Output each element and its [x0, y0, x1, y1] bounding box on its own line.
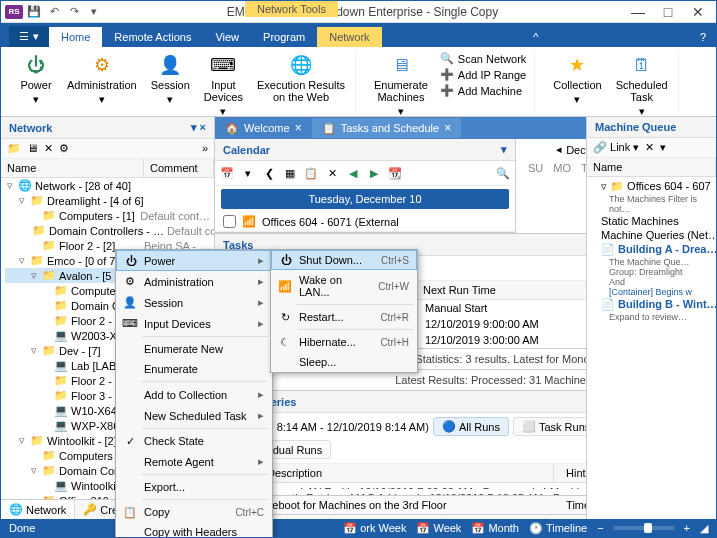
cal-next-icon[interactable]: ▶ [365, 164, 383, 182]
qat-dropdown-icon[interactable]: ▾ [87, 5, 101, 19]
tab-view[interactable]: View [203, 27, 251, 47]
bottom-tab-network[interactable]: 🌐Network [1, 500, 75, 519]
cal-prev-icon[interactable]: ◀ [344, 164, 362, 182]
cal-tb-icon[interactable]: 📋 [302, 164, 320, 182]
month-prev-icon[interactable]: ◂ [556, 143, 562, 156]
cal-tb-icon[interactable]: 📅 [218, 164, 236, 182]
tab-program[interactable]: Program [251, 27, 317, 47]
menu-item[interactable]: ☾ Hibernate... Ctrl+H [271, 332, 417, 352]
qat-save-icon[interactable]: 💾 [27, 5, 41, 19]
toolbar-icon[interactable]: 🖥 [27, 142, 38, 155]
sb-resize-icon[interactable]: ◢ [700, 522, 708, 535]
sb-month[interactable]: 📅 Month [471, 522, 519, 535]
menu-item[interactable]: 📶 Wake on LAN... Ctrl+W [271, 270, 417, 302]
menu-item[interactable]: Enumerate New [116, 339, 272, 359]
qat-redo-icon[interactable]: ↷ [67, 5, 81, 19]
context-menu[interactable]: ⏻ Power ▸ ⚙ Administration ▸ 👤 Session ▸… [115, 249, 273, 538]
link-button[interactable]: 🔗 Link ▾ [593, 141, 639, 154]
mq-col-name[interactable]: Name [587, 158, 716, 176]
power-button[interactable]: ⏻Power▾ [15, 51, 57, 108]
mq-row[interactable]: Static Machines [591, 214, 712, 228]
close-button[interactable]: ✕ [684, 2, 712, 22]
cal-checkbox[interactable] [223, 215, 236, 228]
add-machine-button[interactable]: ➕Add Machine [438, 83, 528, 98]
tree-row[interactable]: ▿📁Dreamlight - [4 of 6] [5, 193, 214, 208]
pill-all-runs[interactable]: 🔵All Runs [433, 417, 509, 436]
session-button[interactable]: 👤Session▾ [147, 51, 194, 108]
close-icon[interactable]: × [295, 121, 302, 135]
close-icon[interactable]: × [444, 121, 451, 135]
mq-row[interactable]: The Machines Filter is not… [591, 194, 712, 214]
file-tab[interactable]: ☰▾ [9, 26, 49, 47]
minimize-button[interactable]: — [624, 2, 652, 22]
tree-row[interactable]: 📁Computers - [1]Default cont… [5, 208, 214, 223]
cal-tb-icon[interactable]: 📆 [386, 164, 404, 182]
add-ip-range-button[interactable]: ➕Add IP Range [438, 67, 528, 82]
mq-row[interactable]: Expand to review… [591, 312, 712, 322]
menu-item[interactable]: Enumerate [116, 359, 272, 379]
menu-item[interactable]: ⚙ Administration ▸ [116, 271, 272, 292]
menu-item[interactable]: Sleep... [271, 352, 417, 372]
cal-tb-icon[interactable]: ▾ [239, 164, 257, 182]
status-done: Done [9, 522, 35, 534]
menu-item[interactable]: Export... [116, 477, 272, 497]
cal-tb-icon[interactable]: ❮ [260, 164, 278, 182]
help-icon[interactable]: ? [690, 27, 716, 47]
panel-options-icon[interactable]: ▾ × [191, 121, 206, 134]
menu-item[interactable]: 👤 Session ▸ [116, 292, 272, 313]
cal-tb-icon[interactable]: ▦ [281, 164, 299, 182]
menu-item[interactable]: New Scheduled Task ▸ [116, 405, 272, 426]
mq-row[interactable]: And [591, 277, 712, 287]
zoom-slider[interactable] [614, 526, 674, 530]
maximize-button[interactable]: □ [654, 2, 682, 22]
col-name[interactable]: Name [1, 159, 144, 177]
menu-item[interactable]: Remote Agent ▸ [116, 451, 272, 472]
tab-network[interactable]: Network [317, 27, 381, 47]
menu-item[interactable]: Copy with Headers [116, 522, 272, 538]
menu-item[interactable]: Add to Collection ▸ [116, 384, 272, 405]
doc-tab-tasks[interactable]: 📋Tasks and Schedule× [312, 118, 461, 138]
mq-row[interactable]: 📄 Building A - Drea… [591, 242, 712, 257]
sb-timeline[interactable]: 🕐 Timeline [529, 522, 587, 535]
scan-network-button[interactable]: 🔍Scan Network [438, 51, 528, 66]
cal-tb-icon[interactable]: ✕ [323, 164, 341, 182]
tree-row[interactable]: 📁Domain Controllers - …Default cont… [5, 223, 214, 238]
enumerate-machines-button[interactable]: 🖥Enumerate Machines▾ [370, 51, 432, 120]
exec-results-button[interactable]: 🌐Execution Results on the Web [253, 51, 349, 105]
col-comment[interactable]: Comment [144, 159, 214, 177]
ribbon-body: ⏻Power▾ ⚙Administration▾ 👤Session▾ ⌨Inpu… [1, 47, 716, 117]
tab-remote-actions[interactable]: Remote Actions [102, 27, 203, 47]
menu-item[interactable]: ⏻ Shut Down... Ctrl+S [271, 250, 417, 270]
toolbar-icon[interactable]: ✕ [44, 142, 53, 155]
toolbar-icon[interactable]: ⚙ [59, 142, 69, 155]
ribbon-collapse-icon[interactable]: ^ [523, 27, 548, 47]
tree-row[interactable]: ▿🌐Network - [28 of 40] [5, 178, 214, 193]
power-submenu[interactable]: ⏻ Shut Down... Ctrl+S 📶 Wake on LAN... C… [270, 249, 418, 373]
network-panel-title: Network [9, 122, 52, 134]
sb-week[interactable]: 📅 Week [416, 522, 461, 535]
menu-item[interactable]: ↻ Restart... Ctrl+R [271, 307, 417, 327]
input-devices-button[interactable]: ⌨Input Devices▾ [200, 51, 247, 120]
mq-row[interactable]: The Machine Que… [591, 257, 712, 267]
menu-item[interactable]: ⏻ Power ▸ [116, 250, 272, 271]
cal-entry[interactable]: Offices 604 - 6071 (External [262, 216, 399, 228]
administration-button[interactable]: ⚙Administration▾ [63, 51, 141, 108]
menu-item[interactable]: ⌨ Input Devices ▸ [116, 313, 272, 334]
mq-title: Machine Queue [595, 121, 676, 133]
tab-home[interactable]: Home [49, 27, 102, 47]
mq-row[interactable]: Machine Queries (Net… [591, 228, 712, 242]
toolbar-icon[interactable]: 📁 [7, 142, 21, 155]
col-description[interactable]: Description [255, 464, 554, 482]
scheduled-task-button[interactable]: 🗓Scheduled Task▾ [612, 51, 672, 120]
toolbar-more-icon[interactable]: » [202, 142, 208, 155]
collection-button[interactable]: ★Collection▾ [549, 51, 605, 108]
mq-row[interactable]: ▿ 📁 Offices 604 - 607 [591, 179, 712, 194]
sb-workweek[interactable]: 📅 ork Week [343, 522, 406, 535]
menu-item[interactable]: ✓ Check State [116, 431, 272, 451]
mq-row[interactable]: [Container] Begins w [591, 287, 712, 297]
doc-tab-welcome[interactable]: 🏠Welcome× [215, 118, 312, 138]
qat-undo-icon[interactable]: ↶ [47, 5, 61, 19]
menu-item[interactable]: 📋 Copy Ctrl+C [116, 502, 272, 522]
mq-row[interactable]: 📄 Building B - Wint… [591, 297, 712, 312]
mq-row[interactable]: Group: Dreamlight [591, 267, 712, 277]
